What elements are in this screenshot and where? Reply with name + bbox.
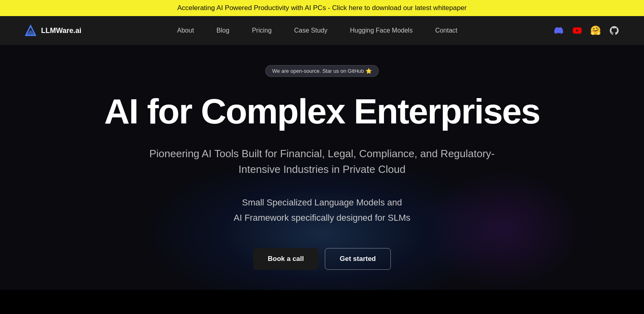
nav-item-about[interactable]: About: [166, 17, 205, 44]
nav-links: About Blog Pricing Case Study Hugging Fa…: [166, 17, 469, 44]
hero-feature-line2: AI Framework specifically designed for S…: [234, 213, 411, 223]
discord-icon[interactable]: [553, 25, 564, 36]
nav-item-blog[interactable]: Blog: [205, 17, 241, 44]
book-call-button[interactable]: Book a call: [253, 248, 318, 270]
github-icon[interactable]: [609, 25, 620, 36]
nav-social-icons: 🤗: [553, 25, 620, 36]
hero-title: AI for Complex Enterprises: [104, 93, 540, 130]
logo-icon: [24, 24, 37, 37]
get-started-button[interactable]: Get started: [325, 248, 391, 270]
huggingface-icon[interactable]: 🤗: [590, 25, 601, 36]
navbar: LLMWare.ai About Blog Pricing Case Study…: [0, 16, 644, 45]
announcement-banner[interactable]: Accelerating AI Powered Productivity wit…: [0, 0, 644, 16]
nav-item-pricing[interactable]: Pricing: [241, 17, 283, 44]
nav-item-hugging-face[interactable]: Hugging Face Models: [339, 17, 424, 44]
banner-text: Accelerating AI Powered Productivity wit…: [177, 4, 466, 12]
hero-subtitle: Pioneering AI Tools Built for Financial,…: [141, 146, 503, 177]
youtube-icon[interactable]: [572, 25, 583, 36]
hero-feature-line1: Small Specialized Language Models and: [234, 197, 411, 208]
hero-features: Small Specialized Language Models and AI…: [234, 197, 411, 228]
hero-section: We are open-source. Star us on GitHub ⭐ …: [0, 45, 644, 290]
nav-item-case-study[interactable]: Case Study: [283, 17, 339, 44]
logo-text: LLMWare.ai: [41, 27, 81, 35]
logo-link[interactable]: LLMWare.ai: [24, 24, 81, 37]
github-badge[interactable]: We are open-source. Star us on GitHub ⭐: [265, 65, 379, 77]
nav-item-contact[interactable]: Contact: [424, 17, 469, 44]
github-badge-text: We are open-source. Star us on GitHub ⭐: [272, 68, 372, 74]
hero-buttons: Book a call Get started: [253, 248, 391, 270]
